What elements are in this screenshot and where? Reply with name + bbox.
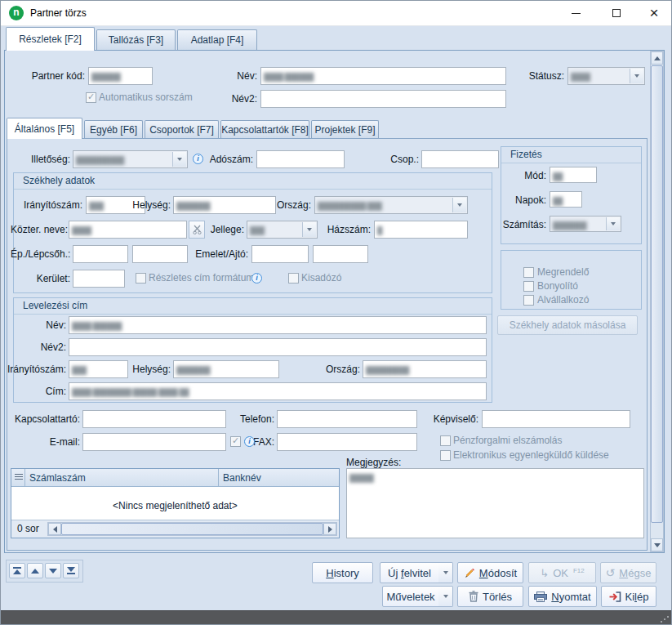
muveletek-dropdown-button[interactable] [438,586,453,607]
adoszam-field[interactable] [256,150,345,168]
lev-nev-field[interactable]: ████ ██████ [69,316,487,334]
kozter-neve-field[interactable]: ████ [69,221,187,239]
split-address-button[interactable] [189,221,205,239]
minimize-button[interactable] [559,1,593,25]
vertical-scrollbar[interactable] [650,51,664,552]
history-button[interactable]: History [312,562,373,583]
fizetes-napok-field[interactable]: ██ [550,191,582,208]
nav-last-button[interactable] [63,563,79,578]
lev-cim-field[interactable]: ████ ████████ █████ ████ ██ [69,382,487,400]
bank-table-header: Számlaszám Banknév [11,469,339,487]
uj-felvitel-button[interactable]: Új felvitel [380,562,439,583]
ep-field-1[interactable] [73,245,128,263]
subtab-egyeb[interactable]: Egyéb [F6] [84,120,143,138]
row-count: 0 sor [17,523,39,534]
penzforgalmi-checkbox[interactable] [440,435,451,446]
szekhely-helyseg-field[interactable]: ███████ [173,196,276,214]
info-icon[interactable] [193,154,203,164]
scroll-down-button[interactable] [651,538,663,551]
column-header-szamlaszam[interactable]: Számlaszám [29,472,86,484]
muveletek-button[interactable]: Műveletek [382,586,439,607]
subtab-altalanos[interactable]: Általános [F5] [7,118,82,139]
fax-field[interactable] [277,433,417,451]
jellege-dropdown[interactable]: ███ [247,221,318,239]
tab-reszletek[interactable]: Részletek [F2] [6,27,95,51]
kapcsolattarto-field[interactable] [82,410,226,428]
modosit-button[interactable]: Módosít [457,562,523,583]
scrollbar-thumb[interactable] [651,65,663,523]
info-icon[interactable] [251,273,262,283]
nev2-field[interactable] [260,90,506,108]
undo-arrow-icon [606,566,616,579]
maximize-button[interactable] [599,1,634,25]
ep-field-2[interactable] [132,245,188,263]
nav-next-button[interactable] [45,563,61,578]
subtab-csoportok[interactable]: Csoportok [F7] [145,120,219,138]
partner-kod-field[interactable]: ██████ [88,67,153,85]
email-send-checkbox[interactable] [230,436,241,447]
elektronikus-checkbox[interactable] [440,450,451,461]
hazszam-field[interactable]: █ [374,221,468,239]
torles-button[interactable]: Törlés [457,586,523,607]
chevron-down-icon[interactable] [606,217,620,230]
redacted-value: █ [377,225,382,236]
megse-button[interactable]: Mégse [600,562,656,583]
info-icon[interactable] [244,436,255,447]
tab-tallozas[interactable]: Tallózás [F3] [96,29,176,50]
uj-felvitel-dropdown-button[interactable] [438,562,453,583]
column-header-banknev[interactable]: Banknév [223,472,261,484]
chevron-down-icon[interactable] [452,198,466,212]
emelet-field-2[interactable] [313,245,368,263]
szamitas-dropdown[interactable]: ███████ [550,216,621,232]
szekhely-masolas-button[interactable]: Székhely adatok másolása [497,315,638,335]
megrendelo-checkbox[interactable] [523,267,534,278]
minimize-icon [572,13,581,14]
alvallalkozo-checkbox[interactable] [523,295,534,306]
auto-sorszam-checkbox[interactable] [86,92,96,103]
kepviselo-field[interactable] [482,410,630,428]
subtab-projektek[interactable]: Projektek [F9] [311,120,379,138]
subtab-kapcsolattartok[interactable]: Kapcsolattartók [F8] [220,120,309,138]
label-szamitas: Számítás: [501,219,546,230]
szekhely-orszag-dropdown[interactable]: ██████████ ███ [314,196,468,214]
telefon-field[interactable] [277,410,417,428]
kisadozo-checkbox[interactable] [288,273,299,283]
scrollbar-thumb[interactable] [61,523,323,535]
lev-irsz-field[interactable]: ███ [69,360,128,378]
ok-button[interactable]: OK F12 [528,562,596,583]
megjegyzes-textarea[interactable]: █████ [346,468,644,538]
nav-prev-button[interactable] [27,563,43,578]
kilep-button[interactable]: Kilép [601,586,656,607]
csop-field[interactable] [421,150,499,168]
nav-first-button[interactable] [9,563,25,578]
lev-orszag-field[interactable]: █████████ [363,360,487,378]
label-reszletes-cim: Részletes cím formátum [149,272,254,284]
illetoseg-dropdown[interactable]: ██████████ [73,150,188,168]
label-nev: Név: [221,70,257,82]
reszletes-cim-checkbox[interactable] [136,273,146,283]
app-logo-icon [9,6,24,20]
hamburger-icon[interactable] [15,474,23,481]
tab-adatlap[interactable]: Adatlap [F4] [177,29,257,50]
scroll-left-button[interactable] [48,523,61,535]
email-field[interactable] [82,433,226,451]
label-ep-lepcsoh: Ép./Lépcsőh.: [11,248,70,260]
chevron-down-icon[interactable] [302,222,316,237]
scroll-right-button[interactable] [323,523,336,535]
kerulet-field[interactable] [73,270,125,288]
redacted-value: ████ ██████ [72,320,122,332]
close-button[interactable] [637,1,671,25]
resize-grip[interactable] [660,615,670,623]
lev-helyseg-field[interactable]: ███████ [173,360,279,378]
chevron-down-icon[interactable] [172,152,186,167]
nev-field[interactable]: ████ ██████ [260,67,506,85]
scroll-up-button[interactable] [651,51,663,65]
lev-nev2-field[interactable] [69,338,487,356]
horizontal-scrollbar[interactable] [47,522,337,536]
fizetes-mod-field[interactable]: ██ [550,167,597,183]
bonyolito-checkbox[interactable] [523,281,534,292]
chevron-down-icon[interactable] [630,69,643,83]
emelet-field-1[interactable] [251,245,309,263]
statusz-dropdown[interactable]: ████ [567,67,645,85]
nyomtat-button[interactable]: Nyomtat [528,586,597,607]
